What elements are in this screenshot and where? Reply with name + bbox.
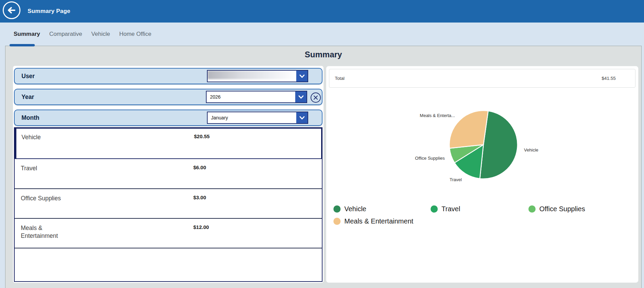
user-dropdown[interactable] xyxy=(207,70,308,82)
year-filter-row: Year 2026 xyxy=(14,89,323,105)
tab-home-office[interactable]: Home Office xyxy=(119,31,151,38)
tab-comparative[interactable]: Comparative xyxy=(49,31,82,38)
month-dropdown[interactable]: January xyxy=(207,112,308,124)
legend-label: Vehicle xyxy=(344,205,366,213)
chart-card: Total $41.55 VehicleTravelOffice Supplie… xyxy=(326,66,639,283)
month-label: Month xyxy=(21,114,207,121)
page-title: Summary xyxy=(5,50,641,59)
expense-pie-chart: VehicleTravelOffice SuppliesMeals & Ente… xyxy=(326,66,639,199)
svg-text:Meals & Enterta...: Meals & Enterta... xyxy=(420,113,455,118)
user-dropdown-value xyxy=(208,71,296,82)
tab-strip: Summary Comparative Vehicle Home Office xyxy=(0,23,644,46)
app-header: Summary Page xyxy=(0,0,644,23)
chevron-down-icon[interactable] xyxy=(296,112,308,123)
user-filter-row: User xyxy=(14,68,323,84)
svg-text:Office Supplies: Office Supplies xyxy=(415,156,445,161)
year-dropdown[interactable]: 2026 xyxy=(206,91,307,103)
filters-and-list-card: User Year 2026 xyxy=(13,66,324,283)
chevron-down-icon[interactable] xyxy=(295,91,306,102)
category-label: Travel xyxy=(21,164,79,172)
legend-label: Meals & Entertainment xyxy=(344,217,413,225)
list-item-office-supplies[interactable]: Office Supplies $3.00 xyxy=(15,189,322,219)
legend-color-dot xyxy=(333,218,341,225)
legend-label: Office Supplies xyxy=(539,205,585,213)
category-label: Vehicle xyxy=(21,133,79,141)
arrow-left-icon xyxy=(6,5,17,15)
category-amount: $3.00 xyxy=(193,195,206,200)
category-amount: $20.55 xyxy=(194,133,210,139)
chart-legend: Vehicle Travel Office Supplies Meals & E… xyxy=(333,203,585,227)
month-dropdown-value: January xyxy=(208,112,296,123)
legend-color-dot xyxy=(333,205,341,213)
legend-label: Travel xyxy=(441,205,460,213)
list-item-travel[interactable]: Travel $6.00 xyxy=(15,159,322,189)
redacted-user-value xyxy=(208,71,296,79)
chevron-down-icon[interactable] xyxy=(296,71,308,82)
tab-vehicle[interactable]: Vehicle xyxy=(91,31,110,38)
year-label: Year xyxy=(21,93,206,101)
legend-item-office-supplies: Office Supplies xyxy=(528,205,585,213)
legend-item-travel: Travel xyxy=(431,205,528,213)
list-item-meals-entertainment[interactable]: Meals & Entertainment $12.00 xyxy=(15,219,322,248)
back-button[interactable] xyxy=(3,1,20,19)
legend-color-dot xyxy=(528,205,536,213)
active-tab-indicator xyxy=(10,44,35,46)
svg-text:Travel: Travel xyxy=(450,177,462,182)
clear-year-icon[interactable] xyxy=(310,92,321,103)
user-label: User xyxy=(21,73,207,80)
month-filter-row: Month January xyxy=(14,110,323,126)
page-header-title: Summary Page xyxy=(28,0,70,23)
list-empty-row xyxy=(15,248,322,280)
list-item-vehicle[interactable]: Vehicle $20.55 xyxy=(15,128,322,159)
tab-summary[interactable]: Summary xyxy=(14,31,40,38)
expense-category-list: Vehicle $20.55 Travel $6.00 Office Suppl… xyxy=(14,127,323,282)
summary-page-app: Summary Page Summary Comparative Vehicle… xyxy=(0,0,644,288)
category-amount: $12.00 xyxy=(193,224,209,230)
category-label: Office Supplies xyxy=(21,195,79,202)
summary-panel: Summary User Year xyxy=(5,46,642,288)
legend-item-meals-entertainment: Meals & Entertainment xyxy=(333,217,431,225)
svg-text:Vehicle: Vehicle xyxy=(524,147,538,153)
legend-item-vehicle: Vehicle xyxy=(333,205,431,213)
category-label: Meals & Entertainment xyxy=(21,224,79,240)
legend-color-dot xyxy=(431,205,438,213)
category-amount: $6.00 xyxy=(193,164,206,170)
year-dropdown-value: 2026 xyxy=(207,91,295,102)
